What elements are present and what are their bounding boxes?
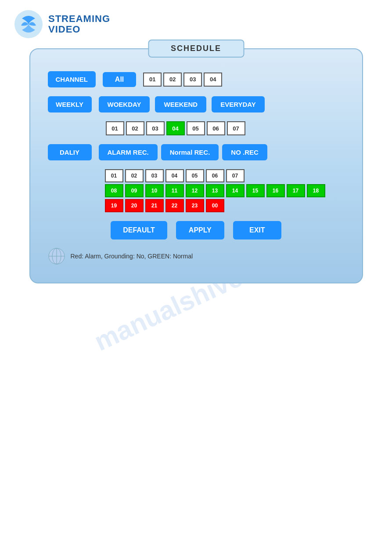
time-cell-01[interactable]: 01 bbox=[105, 169, 123, 182]
logo-line2: VIDEO bbox=[48, 24, 110, 35]
time-cell-18[interactable]: 18 bbox=[307, 184, 325, 197]
day-cell-03[interactable]: 03 bbox=[146, 121, 165, 135]
channel-cell-02[interactable]: 02 bbox=[163, 73, 182, 87]
alarm-rec-button[interactable]: ALARM REC. bbox=[99, 144, 158, 160]
bottom-buttons: DEFAULT APPLY EXIT bbox=[48, 221, 345, 239]
time-cell-02[interactable]: 02 bbox=[125, 169, 144, 182]
time-cell-08[interactable]: 08 bbox=[105, 184, 123, 197]
everyday-button[interactable]: EVERYDAY bbox=[212, 96, 265, 112]
time-cell-03[interactable]: 03 bbox=[145, 169, 164, 182]
legend-globe-icon bbox=[48, 247, 65, 265]
time-cell-19[interactable]: 19 bbox=[105, 199, 123, 212]
no-rec-button[interactable]: NO .REC bbox=[222, 144, 267, 160]
time-cell-22[interactable]: 22 bbox=[165, 199, 184, 212]
time-row-3: 19 20 21 22 23 00 bbox=[105, 199, 345, 212]
weekly-day-row: 01 02 03 04 05 06 07 bbox=[48, 121, 345, 135]
channel-cell-01[interactable]: 01 bbox=[143, 73, 162, 87]
logo-icon bbox=[13, 9, 44, 40]
time-cell-07[interactable]: 07 bbox=[226, 169, 245, 182]
time-cell-13[interactable]: 13 bbox=[206, 184, 224, 197]
day-cell-04[interactable]: 04 bbox=[166, 121, 185, 135]
time-row-2: 08 09 10 11 12 13 14 15 16 17 18 bbox=[105, 184, 345, 197]
time-cell-23[interactable]: 23 bbox=[186, 199, 204, 212]
apply-button[interactable]: APPLY bbox=[176, 221, 224, 239]
time-cell-04[interactable]: 04 bbox=[165, 169, 184, 182]
channel-row: CHANNEL All 01 02 03 04 bbox=[48, 71, 345, 87]
default-button[interactable]: DEFAULT bbox=[111, 221, 167, 239]
day-cell-05[interactable]: 05 bbox=[187, 121, 205, 135]
day-cell-02[interactable]: 02 bbox=[126, 121, 144, 135]
legend-text: Red: Alarm, Grounding: No, GREEN: Normal bbox=[71, 253, 193, 260]
time-row-1: 01 02 03 04 05 06 07 bbox=[105, 169, 345, 182]
all-button[interactable]: All bbox=[103, 72, 136, 87]
weekly-row: WEEKLY WOEKDAY WEEKEND EVERYDAY bbox=[48, 96, 345, 112]
time-cell-09[interactable]: 09 bbox=[125, 184, 144, 197]
time-cell-16[interactable]: 16 bbox=[266, 184, 285, 197]
schedule-title: SCHEDULE bbox=[148, 40, 244, 58]
time-cell-20[interactable]: 20 bbox=[125, 199, 144, 212]
day-cell-06[interactable]: 06 bbox=[207, 121, 225, 135]
time-cell-05[interactable]: 05 bbox=[186, 169, 204, 182]
logo-line1: STREAMING bbox=[48, 14, 110, 24]
logo-text: STREAMING VIDEO bbox=[48, 14, 110, 35]
main-panel: SCHEDULE CHANNEL All 01 02 03 04 WEEKLY … bbox=[29, 48, 363, 283]
woekday-button[interactable]: WOEKDAY bbox=[99, 96, 150, 112]
time-cell-00[interactable]: 00 bbox=[206, 199, 224, 212]
normal-rec-button[interactable]: Normal REC. bbox=[161, 144, 219, 160]
time-cell-12[interactable]: 12 bbox=[186, 184, 204, 197]
time-grid: 01 02 03 04 05 06 07 08 09 10 11 12 13 1… bbox=[105, 169, 345, 212]
daily-label[interactable]: DALIY bbox=[48, 144, 92, 160]
weekly-buttons: WOEKDAY WEEKEND EVERYDAY bbox=[99, 96, 265, 112]
channel-cell-03[interactable]: 03 bbox=[183, 73, 202, 87]
time-cell-21[interactable]: 21 bbox=[145, 199, 164, 212]
weekend-button[interactable]: WEEKEND bbox=[155, 96, 206, 112]
channel-cells: 01 02 03 04 bbox=[143, 73, 222, 87]
day-cell-01[interactable]: 01 bbox=[106, 121, 124, 135]
daily-row: DALIY ALARM REC. Normal REC. NO .REC bbox=[48, 144, 345, 160]
day-cell-07[interactable]: 07 bbox=[227, 121, 245, 135]
time-cell-14[interactable]: 14 bbox=[226, 184, 245, 197]
channel-label[interactable]: CHANNEL bbox=[48, 71, 96, 87]
rec-buttons: ALARM REC. Normal REC. NO .REC bbox=[99, 144, 267, 160]
time-cell-06[interactable]: 06 bbox=[206, 169, 224, 182]
time-cell-15[interactable]: 15 bbox=[246, 184, 265, 197]
legend-row: Red: Alarm, Grounding: No, GREEN: Normal bbox=[48, 247, 345, 265]
time-cell-10[interactable]: 10 bbox=[145, 184, 164, 197]
channel-cell-04[interactable]: 04 bbox=[204, 73, 222, 87]
weekly-day-cells: 01 02 03 04 05 06 07 bbox=[106, 121, 245, 135]
time-cell-17[interactable]: 17 bbox=[287, 184, 305, 197]
weekly-label[interactable]: WEEKLY bbox=[48, 96, 92, 112]
time-cell-11[interactable]: 11 bbox=[165, 184, 184, 197]
exit-button[interactable]: EXIT bbox=[233, 221, 281, 239]
